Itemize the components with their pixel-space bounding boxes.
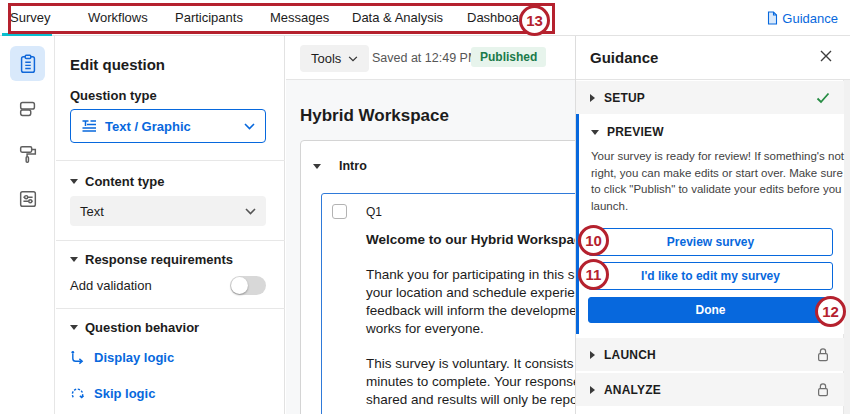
caret-down-icon: [70, 257, 78, 262]
response-requirements-section-header[interactable]: Response requirements: [70, 252, 233, 267]
tab-survey[interactable]: Survey: [10, 0, 50, 36]
preview-survey-button[interactable]: Preview survey: [588, 228, 833, 256]
question-type-label: Question type: [70, 88, 157, 103]
text-graphic-icon: [81, 118, 97, 134]
tab-messages[interactable]: Messages: [270, 0, 329, 36]
chevron-down-icon: [348, 56, 358, 62]
left-icon-rail: ›: [0, 36, 55, 414]
question-type-value: Text / Graphic: [105, 119, 236, 134]
skip-logic-icon: [70, 386, 85, 401]
caret-right-icon: [590, 94, 595, 102]
rail-item-survey-options[interactable]: [10, 181, 45, 216]
sliders-icon: [17, 188, 39, 210]
skip-logic-link[interactable]: Skip logic: [70, 386, 155, 401]
guidance-link[interactable]: Guidance: [766, 0, 838, 36]
divider: [56, 240, 285, 241]
add-validation-label: Add validation: [70, 278, 230, 293]
app-window: Survey Workflows Participants Messages D…: [0, 0, 850, 414]
active-tab-indicator: [2, 33, 52, 36]
chevron-down-icon: [244, 123, 255, 130]
launch-section-label: LAUNCH: [604, 348, 807, 362]
skip-logic-label: Skip logic: [94, 386, 155, 401]
guidance-section-launch[interactable]: LAUNCH: [576, 338, 844, 371]
lock-icon: [816, 382, 830, 397]
setup-section-label: SETUP: [604, 91, 807, 105]
guidance-section-setup[interactable]: SETUP: [576, 81, 844, 114]
question-id: Q1: [366, 205, 382, 219]
rail-item-look-and-feel[interactable]: [10, 136, 45, 171]
clipboard-icon: [17, 53, 39, 75]
guidance-section-analyze[interactable]: ANALYZE: [576, 373, 844, 406]
question-checkbox[interactable]: [332, 204, 347, 219]
display-logic-link[interactable]: Display logic: [70, 350, 174, 365]
content-type-select[interactable]: Text: [70, 196, 266, 226]
rail-item-question-editor[interactable]: [10, 46, 45, 81]
analyze-section-label: ANALYZE: [604, 383, 807, 397]
survey-title: Hybrid Workspace: [300, 106, 449, 126]
rail-item-blocks[interactable]: [10, 91, 45, 126]
tab-participants[interactable]: Participants: [175, 0, 243, 36]
lock-icon: [816, 347, 830, 362]
panel-title: Edit question: [70, 56, 165, 73]
display-logic-label: Display logic: [94, 350, 174, 365]
description-line: right, you can make edits or start over.…: [591, 165, 844, 182]
block-header[interactable]: Intro: [313, 159, 367, 173]
content-type-section-header[interactable]: Content type: [70, 174, 164, 189]
guidance-panel: Guidance SETUP PREVIEW Your survey is re…: [575, 36, 850, 414]
done-button[interactable]: Done: [588, 297, 833, 323]
edit-question-panel: Edit question Question type Text / Graph…: [56, 36, 285, 414]
add-validation-toggle[interactable]: [230, 276, 266, 295]
document-icon: [766, 11, 779, 25]
description-line: to click "Publish" to validate your edit…: [591, 181, 844, 198]
top-navigation: Survey Workflows Participants Messages D…: [0, 0, 850, 36]
question-behavior-section-header[interactable]: Question behavior: [70, 320, 199, 335]
guidance-link-label: Guidance: [782, 11, 838, 26]
description-line: launch.: [591, 198, 844, 215]
divider: [56, 160, 285, 161]
tools-button-label: Tools: [311, 51, 341, 66]
caret-down-icon: [591, 130, 599, 135]
add-validation-row: Add validation: [70, 276, 266, 295]
published-badge: Published: [471, 47, 546, 67]
tab-dashboards[interactable]: Dashboards: [467, 0, 537, 36]
caret-right-icon: [590, 386, 595, 394]
display-logic-icon: [70, 350, 85, 365]
guidance-scrollbar[interactable]: [843, 80, 850, 414]
tools-dropdown-button[interactable]: Tools: [300, 45, 369, 72]
caret-down-icon: [70, 325, 78, 330]
autosave-status: Saved at 12:49 PM: [372, 51, 478, 65]
guidance-section-preview: PREVIEW Your survey is ready for review!…: [576, 114, 844, 334]
preview-section-header[interactable]: PREVIEW: [591, 125, 664, 139]
question-behavior-label: Question behavior: [85, 320, 199, 335]
content-type-label: Content type: [85, 174, 164, 189]
divider: [56, 308, 285, 309]
checkmark-icon: [816, 92, 830, 104]
tab-data-analysis[interactable]: Data & Analysis: [352, 0, 443, 36]
close-icon[interactable]: [819, 49, 835, 65]
response-requirements-label: Response requirements: [85, 252, 233, 267]
chevron-down-icon: [245, 208, 256, 215]
caret-down-icon: [313, 164, 321, 169]
toggle-knob: [231, 277, 248, 294]
description-line: Your survey is ready for review! If some…: [591, 148, 844, 165]
tab-workflows[interactable]: Workflows: [88, 0, 148, 36]
caret-down-icon: [70, 179, 78, 184]
paint-roller-icon: [17, 143, 39, 165]
question-type-dropdown[interactable]: Text / Graphic: [70, 109, 266, 143]
block-name: Intro: [339, 159, 367, 173]
preview-section-label: PREVIEW: [607, 125, 664, 139]
preview-description: Your survey is ready for review! If some…: [591, 148, 844, 214]
guidance-title: Guidance: [590, 49, 658, 66]
caret-right-icon: [590, 351, 595, 359]
blocks-icon: [17, 98, 39, 120]
content-type-value: Text: [80, 204, 245, 219]
guidance-header: Guidance: [576, 36, 850, 80]
edit-my-survey-button[interactable]: I'd like to edit my survey: [588, 262, 833, 290]
